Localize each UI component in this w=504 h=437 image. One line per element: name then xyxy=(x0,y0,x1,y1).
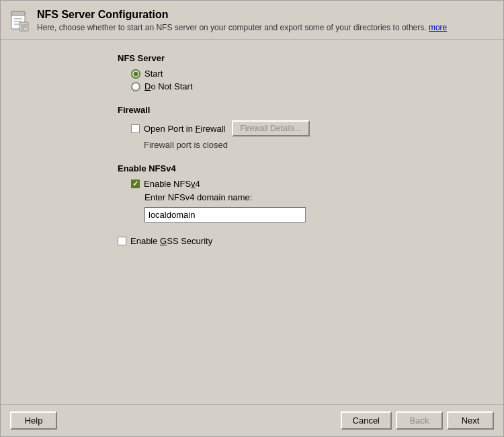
firewall-title: Firewall xyxy=(118,105,386,115)
svg-rect-1 xyxy=(11,11,25,15)
header-text: NFS Server Configuration Here, choose wh… xyxy=(37,9,447,32)
header: NFS Server Configuration Here, choose wh… xyxy=(1,1,503,40)
domain-label: Enter NFSv4 domain name: xyxy=(144,192,386,202)
firewall-status: Firewall port is closed xyxy=(144,140,386,150)
firewall-section: Firewall Open Port in Firewall Firewall … xyxy=(118,105,386,150)
dialog: NFS Server Configuration Here, choose wh… xyxy=(0,0,504,437)
bottom-bar: Help Cancel Back Next xyxy=(1,404,503,436)
gss-text: Enable GSS Security xyxy=(130,236,212,246)
gss-label[interactable]: Enable GSS Security xyxy=(118,236,386,246)
nfsv4-content: Enable NFSv4 Enter NFSv4 domain name: xyxy=(118,179,386,223)
open-port-checkbox[interactable] xyxy=(131,124,140,133)
open-port-label[interactable]: Open Port in Firewall xyxy=(131,124,225,134)
back-button[interactable]: Back xyxy=(396,411,443,430)
next-button[interactable]: Next xyxy=(447,411,494,430)
main-content: NFS Server Start Do Not Start xyxy=(1,40,503,404)
nfs-server-content: Start Do Not Start xyxy=(118,69,386,91)
header-description: Here, choose whether to start an NFS ser… xyxy=(37,23,447,32)
open-port-text: Open Port in Firewall xyxy=(144,124,225,134)
firewall-details-button[interactable]: Firewall Details... xyxy=(232,120,309,136)
nfsv4-section: Enable NFSv4 Enable NFSv4 Enter NFSv4 do… xyxy=(118,163,386,223)
firewall-row: Open Port in Firewall Firewall Details..… xyxy=(131,120,386,136)
bottom-right-buttons: Cancel Back Next xyxy=(341,411,494,430)
cancel-button[interactable]: Cancel xyxy=(341,411,392,430)
domain-name-container: Enter NFSv4 domain name: xyxy=(144,192,386,223)
gss-checkbox[interactable] xyxy=(118,237,126,245)
start-radio-label[interactable]: Start xyxy=(131,69,386,79)
nfs-server-title: NFS Server xyxy=(118,53,386,63)
form-container: NFS Server Start Do Not Start xyxy=(118,53,386,246)
help-button[interactable]: Help xyxy=(10,411,57,430)
firewall-content: Open Port in Firewall Firewall Details..… xyxy=(118,120,386,150)
gss-section: Enable GSS Security xyxy=(118,236,386,246)
do-not-start-radio-label[interactable]: Do Not Start xyxy=(131,81,386,91)
nfs-server-section: NFS Server Start Do Not Start xyxy=(118,53,386,91)
start-label: Start xyxy=(144,69,163,79)
enable-nfsv4-label[interactable]: Enable NFSv4 xyxy=(131,179,386,189)
do-not-start-label: Do Not Start xyxy=(144,81,193,91)
nfs-server-radio-group: Start Do Not Start xyxy=(131,69,386,91)
enable-nfsv4-text: Enable NFSv4 xyxy=(144,179,200,189)
start-radio[interactable] xyxy=(131,69,140,79)
domain-input[interactable] xyxy=(144,207,306,223)
do-not-start-radio[interactable] xyxy=(131,82,140,91)
nfs-server-config-icon xyxy=(9,10,30,32)
more-link[interactable]: more xyxy=(429,23,447,32)
nfsv4-title: Enable NFSv4 xyxy=(118,163,386,173)
enable-nfsv4-checkbox[interactable] xyxy=(131,180,140,188)
page-title: NFS Server Configuration xyxy=(37,9,447,21)
